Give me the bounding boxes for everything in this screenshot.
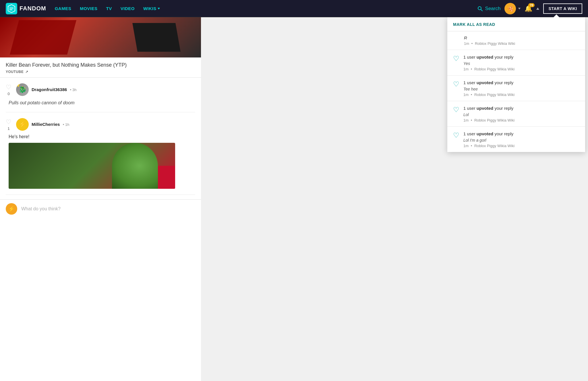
notification-item-lol-gorl[interactable]: ♡ 1 user upvoted your reply Lol I'm a go… — [447, 127, 585, 152]
notif-main-tee-hee: 1 user upvoted your reply — [463, 80, 579, 86]
badge-star-icon: ⭐ — [16, 83, 20, 87]
notif-main-lol: 1 user upvoted your reply — [463, 105, 579, 111]
notification-item-tee-hee[interactable]: ♡ 1 user upvoted your reply Tee hee 1m •… — [447, 76, 585, 101]
svg-line-2 — [481, 9, 482, 11]
kermit-image — [9, 143, 175, 189]
notif-main-gorl: 1 user upvoted your reply — [463, 131, 579, 137]
notification-dropdown: MARK ALL AS READ R 1m • Roblox Piggy Wik… — [447, 17, 585, 152]
start-wiki-button[interactable]: START A WIKI — [543, 3, 582, 14]
avatar-milliecherries: ⚡ — [16, 118, 29, 131]
notif-preview-tee-hee: Tee hee — [463, 87, 579, 91]
like-count-dragonfruit: 0 — [7, 92, 9, 96]
mark-all-read-button[interactable]: MARK ALL AS READ — [453, 22, 495, 27]
feed-panel: Killer Bean Forever, but Nothing Makes S… — [0, 17, 201, 381]
like-count-milliecherries: 1 — [7, 126, 9, 131]
heart-notif-icon-lol: ♡ — [453, 106, 459, 114]
commenter-info-milliecherries: MillieCherries • 1h — [32, 122, 69, 127]
main-content: Killer Bean Forever, but Nothing Makes S… — [0, 17, 588, 381]
video-info: Killer Bean Forever, but Nothing Makes S… — [0, 57, 201, 78]
kermit-green-decoration — [112, 143, 158, 189]
notif-content-gorl: 1 user upvoted your reply Lol I'm a gorl… — [463, 131, 579, 148]
like-area-dragonfruit: ♡ 0 — [6, 84, 11, 96]
commenter-info-dragonfruit: Dragonfruit36386 • 3h — [32, 87, 76, 92]
heart-notif-icon-yes: ♡ — [453, 55, 459, 63]
notif-meta-lol: 1m • Roblox Piggy Wikia Wiki — [463, 118, 579, 122]
notification-bell-wrapper[interactable]: 🔔 78 — [525, 5, 532, 12]
thumb-decoration-2 — [132, 23, 181, 52]
notif-preview-gorl: Lol I'm a gorl — [463, 138, 579, 143]
notif-content-tee-hee: 1 user upvoted your reply Tee hee 1m • R… — [463, 80, 579, 97]
search-icon — [477, 6, 483, 11]
commenter-time-dragonfruit: • 3h — [70, 88, 77, 92]
nav-wikis[interactable]: WIKIS — [143, 6, 160, 11]
video-thumbnail — [0, 17, 201, 57]
notif-meta-r: 1m • Roblox Piggy Wikia Wiki — [464, 41, 579, 46]
notif-preview-lol: Lol — [463, 112, 579, 117]
external-link-icon: ↗ — [25, 70, 28, 74]
what-do-you-think-bar[interactable]: ⚡ What do you think? — [0, 199, 201, 218]
notif-meta-tee-hee: 1m • Roblox Piggy Wikia Wiki — [463, 93, 579, 97]
like-area-milliecherries: ♡ 1 — [6, 118, 11, 131]
notification-header: MARK ALL AS READ — [447, 17, 585, 31]
nav-movies[interactable]: MOVIES — [80, 6, 97, 11]
user-avatar[interactable]: 🍕 — [504, 3, 516, 14]
search-label: Search — [485, 6, 501, 11]
notif-meta-yes: 1m • Roblox Piggy Wikia Wiki — [463, 67, 579, 71]
thumb-decoration-1 — [10, 20, 76, 55]
notification-item-yes[interactable]: ♡ 1 user upvoted your reply Yes 1m • Rob… — [447, 50, 585, 76]
notification-badge: 78 — [528, 3, 535, 7]
heart-notif-icon-tee-hee: ♡ — [453, 80, 459, 88]
video-title: Killer Bean Forever, but Nothing Makes S… — [6, 62, 195, 68]
fandom-logo-text: FANDOM — [20, 5, 46, 12]
navbar: FANDOM GAMES MOVIES TV VIDEO WIKIS Searc… — [0, 0, 588, 17]
nav-video[interactable]: VIDEO — [121, 6, 135, 11]
up-arrow-icon[interactable] — [536, 7, 539, 10]
nav-links: GAMES MOVIES TV VIDEO WIKIS — [55, 6, 160, 11]
comment-text-dragonfruit: Pulls out potato cannon of doom — [6, 99, 195, 106]
comment-milliecherries: ♡ 1 ⚡ MillieCherries • 1h He's here! — [6, 112, 195, 195]
commenter-time-milliecherries: • 1h — [63, 122, 69, 127]
commenter-name-milliecherries[interactable]: MillieCherries — [32, 122, 60, 127]
wikis-chevron-down-icon — [158, 8, 160, 9]
comment-header-milliecherries: ♡ 1 ⚡ MillieCherries • 1h — [6, 118, 195, 131]
commenter-name-dragonfruit[interactable]: Dragonfruit36386 — [32, 87, 67, 92]
hes-here-text: He's here! — [6, 134, 195, 139]
avatar-dragonfruit: ⭐ 🐉 — [16, 83, 29, 96]
user-avatar-area[interactable]: 🍕 — [504, 3, 521, 14]
notif-meta-gorl: 1m • Roblox Piggy Wikia Wiki — [463, 144, 579, 148]
fandom-logo[interactable]: FANDOM — [6, 3, 46, 14]
comment-section: ♡ 0 ⭐ 🐉 Dragonfruit36386 • 3h Pulls out … — [0, 78, 201, 195]
notif-content-yes: 1 user upvoted your reply Yes 1m • Roblo… — [463, 54, 579, 71]
comment-header-dragonfruit: ♡ 0 ⭐ 🐉 Dragonfruit36386 • 3h — [6, 83, 195, 96]
wdyt-prompt: What do you think? — [21, 206, 61, 211]
heart-notif-icon-gorl: ♡ — [453, 131, 459, 139]
heart-icon-milliecherries[interactable]: ♡ — [6, 118, 11, 126]
notif-preview-r: R — [464, 35, 579, 40]
comment-dragonfruit: ♡ 0 ⭐ 🐉 Dragonfruit36386 • 3h Pulls out … — [6, 78, 195, 112]
nav-games[interactable]: GAMES — [55, 6, 71, 11]
wdyt-avatar: ⚡ — [6, 203, 17, 215]
notification-item-r[interactable]: R 1m • Roblox Piggy Wikia Wiki — [447, 31, 585, 50]
youtube-label: YOUTUBE — [6, 70, 24, 74]
notif-preview-yes: Yes — [463, 61, 579, 66]
user-avatar-chevron-down-icon — [518, 8, 521, 9]
heart-icon-dragonfruit[interactable]: ♡ — [6, 84, 11, 91]
dropdown-pointer — [554, 14, 559, 17]
notif-content-lol: 1 user upvoted your reply Lol 1m • Roblo… — [463, 105, 579, 122]
search-button[interactable]: Search — [477, 6, 501, 11]
notif-main-yes: 1 user upvoted your reply — [463, 54, 579, 60]
nav-tv[interactable]: TV — [106, 6, 112, 11]
navbar-right: Search 🍕 🔔 78 START A WIKI — [477, 3, 582, 14]
notification-item-lol[interactable]: ♡ 1 user upvoted your reply Lol 1m • Rob… — [447, 101, 585, 127]
video-source[interactable]: YOUTUBE ↗ — [6, 70, 195, 74]
